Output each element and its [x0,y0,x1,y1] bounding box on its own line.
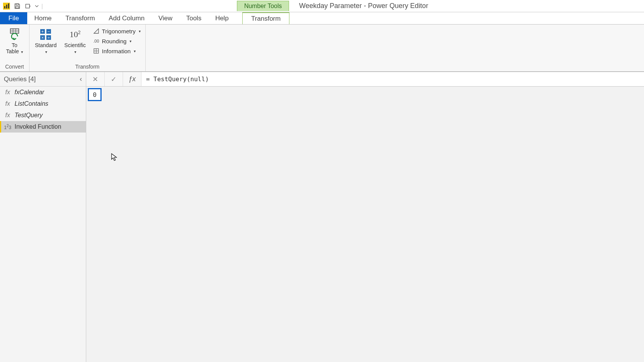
svg-text:−: − [48,29,50,34]
tab-add-column[interactable]: Add Column [102,12,152,24]
context-tool-header: Number Tools [237,1,289,11]
result-cell[interactable]: 0 [88,88,102,101]
queries-title: Queries [4] [4,75,36,83]
scientific-label: Scientific▾ [64,42,86,54]
rounding-label: Rounding [102,38,127,44]
formula-cancel-button[interactable]: ✕ [86,72,105,86]
quick-access-toolbar: | [0,2,45,10]
collapse-pane-icon[interactable]: ‹ [80,75,82,83]
query-label: fxCalendar [15,89,44,96]
file-tab[interactable]: File [0,12,27,24]
group-convert-label: Convert [3,63,26,70]
function-icon: fx [4,112,12,119]
undo-icon[interactable] [24,2,32,10]
queries-header: Queries [4] ‹ [0,72,86,87]
information-label: Information [102,48,131,54]
check-icon: ✓ [111,75,117,84]
information-button[interactable]: Information ▾ [91,47,142,55]
ribbon-group-transform: + − × ÷ Standard▾ 102 Scientific▾ [30,25,146,71]
trigonometry-button[interactable]: Trigonometry ▾ [91,27,142,35]
tab-help[interactable]: Help [208,12,235,24]
tab-home[interactable]: Home [27,12,58,24]
svg-rect-1 [4,6,5,8]
query-item-listcontains[interactable]: fx ListContains [0,98,86,110]
function-icon: fx [4,89,12,96]
standard-icon: + − × ÷ [39,28,53,41]
standard-label: Standard▾ [35,42,57,54]
svg-rect-5 [16,7,19,8]
window-title: Weekday Parameter - Power Query Editor [289,2,428,10]
formula-fx-button[interactable]: ƒx [123,72,141,86]
query-item-invoked-function[interactable]: 123 Invoked Function [0,121,86,133]
app-icon [2,2,11,10]
to-table-button[interactable]: To Table ▾ [3,26,26,56]
svg-rect-7 [10,29,19,33]
number-type-icon: 123 [4,124,12,130]
formula-input[interactable] [141,72,644,86]
query-item-testquery[interactable]: fx TestQuery [0,110,86,121]
ribbon-group-convert: To Table ▾ Convert [0,25,30,71]
trigonometry-label: Trigonometry [102,28,136,34]
queries-pane: Queries [4] ‹ fx fxCalendar fx ListConta… [0,72,86,362]
menu-tabs: File Home Transform Add Column View Tool… [0,12,644,25]
tab-view[interactable]: View [151,12,179,24]
to-table-label: To Table ▾ [6,42,23,54]
query-item-fxcalendar[interactable]: fx fxCalendar [0,87,86,98]
qat-dropdown-icon[interactable] [34,2,39,10]
workspace: Queries [4] ‹ fx fxCalendar fx ListConta… [0,72,644,362]
formula-commit-button[interactable]: ✓ [105,72,123,86]
svg-text:÷: ÷ [48,35,50,40]
svg-rect-6 [26,4,30,8]
query-list: fx fxCalendar fx ListContains fx TestQue… [0,87,86,133]
rounding-button[interactable]: .00 Rounding ▾ [91,37,142,45]
save-icon[interactable] [13,2,21,10]
standard-button[interactable]: + − × ÷ Standard▾ [33,26,59,56]
tab-transform[interactable]: Transform [59,12,102,24]
title-bar: | Number Tools Weekday Parameter - Power… [0,0,644,12]
scientific-icon: 102 [68,28,82,41]
scientific-button[interactable]: 102 Scientific▾ [62,26,88,56]
query-label: TestQuery [15,112,43,119]
query-label: ListContains [15,100,48,107]
svg-text:+: + [41,29,44,34]
group-transform-label: Transform [33,63,142,70]
to-table-icon [8,28,21,41]
tab-context-transform[interactable]: Transform [242,12,289,24]
formula-bar: ✕ ✓ ƒx [86,72,644,87]
trigonometry-icon [93,28,100,34]
svg-rect-2 [6,5,7,8]
function-icon: fx [4,100,12,107]
result-area: 0 [86,88,644,101]
ribbon: To Table ▾ Convert + − × ÷ [0,25,644,72]
tab-tools[interactable]: Tools [179,12,209,24]
svg-rect-3 [8,3,9,8]
svg-text:×: × [41,35,44,40]
information-icon [93,48,100,54]
content-area: ✕ ✓ ƒx 0 [86,72,644,362]
rounding-icon: .00 [93,38,100,44]
close-icon: ✕ [92,75,98,84]
fx-icon: ƒx [128,75,136,83]
query-label: Invoked Function [15,123,61,130]
